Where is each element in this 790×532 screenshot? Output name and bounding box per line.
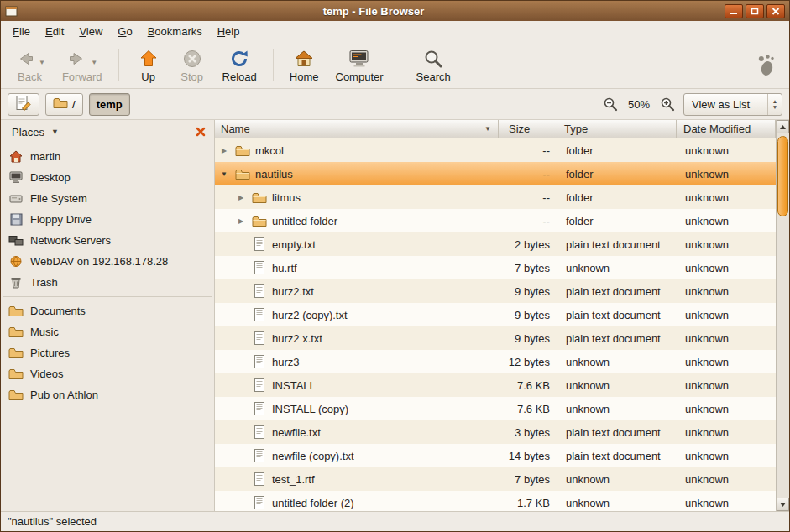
toggle-location-entry-button[interactable]: [8, 93, 39, 116]
root-path-button[interactable]: /: [45, 93, 83, 116]
file-row[interactable]: ▶litmus--folderunknown: [215, 185, 776, 209]
file-row[interactable]: untitled folder (2)1.7 KBunknownunknown: [215, 491, 776, 511]
column-header-label: Size: [509, 123, 530, 135]
menu-file[interactable]: File: [5, 23, 38, 40]
file-row[interactable]: hu.rtf7 bytesunknownunknown: [215, 256, 776, 279]
file-row[interactable]: hurz312 bytesunknownunknown: [215, 350, 776, 373]
file-name-cell: hurz2 (copy).txt: [215, 303, 499, 326]
menu-view[interactable]: View: [71, 23, 110, 40]
column-header-type[interactable]: Type: [557, 120, 677, 138]
sidebar-item-label: Music: [30, 326, 59, 338]
file-name-cell: ▶mkcol: [215, 138, 499, 162]
maximize-button[interactable]: [746, 4, 764, 18]
list-header: Name▼SizeTypeDate Modified: [215, 120, 776, 138]
file-row[interactable]: newfile.txt3 bytesplain text documentunk…: [215, 420, 776, 444]
scroll-down-button[interactable]: [777, 498, 789, 511]
file-modified: unknown: [685, 403, 729, 415]
reload-button[interactable]: Reload: [214, 44, 265, 86]
expander-collapsed-icon[interactable]: ▶: [218, 147, 230, 154]
file-size: --: [542, 215, 550, 227]
column-header-date-modified[interactable]: Date Modified: [677, 120, 776, 138]
file-type-cell: plain text document: [557, 279, 677, 303]
sidebar-item-music[interactable]: Music: [1, 321, 214, 342]
menu-bookmarks[interactable]: Bookmarks: [140, 23, 210, 40]
menu-help[interactable]: Help: [210, 23, 248, 40]
minimize-button[interactable]: [725, 4, 743, 18]
home-icon: [294, 47, 314, 70]
location-bar: / temp 50% View as List ▲▼: [1, 89, 789, 120]
search-icon: [423, 47, 443, 70]
computer-button[interactable]: Computer: [327, 44, 392, 86]
sidebar-item-webdav-on-192-168-178-28[interactable]: WebDAV on 192.168.178.28: [1, 251, 214, 272]
file-type: unknown: [566, 403, 610, 415]
zoom-level: 50%: [628, 98, 650, 111]
file-modified-cell: unknown: [677, 373, 776, 397]
file-row[interactable]: test_1.rtf7 bytesunknownunknown: [215, 467, 776, 491]
file-type-cell: folder: [557, 185, 677, 209]
file-row[interactable]: INSTALL7.6 KBunknownunknown: [215, 373, 776, 397]
file-modified: unknown: [685, 379, 729, 392]
current-path-button[interactable]: temp: [89, 93, 130, 116]
expander-collapsed-icon[interactable]: ▶: [235, 194, 247, 201]
file-type-cell: plain text document: [557, 303, 677, 326]
side-pane-header: Places ▼: [1, 120, 214, 143]
file-size: 7.6 KB: [517, 403, 550, 415]
file-size: 2 bytes: [515, 238, 550, 251]
view-mode-select[interactable]: View as List ▲▼: [683, 93, 782, 116]
expander-expanded-icon[interactable]: ▼: [218, 170, 230, 178]
sidebar-item-videos[interactable]: Videos: [1, 363, 214, 384]
vertical-scrollbar[interactable]: [776, 120, 789, 511]
file-row[interactable]: INSTALL (copy)7.6 KBunknownunknown: [215, 397, 776, 420]
zoom-out-button[interactable]: [600, 94, 620, 114]
file-size-cell: 1.7 KB: [499, 491, 557, 511]
file-row[interactable]: hurz2 x.txt9 bytesplain text documentunk…: [215, 326, 776, 350]
file-size-cell: --: [499, 138, 557, 162]
menu-go[interactable]: Go: [110, 23, 139, 40]
file-row[interactable]: ▶mkcol--folderunknown: [215, 138, 776, 162]
column-header-size[interactable]: Size: [499, 120, 557, 138]
close-button[interactable]: [766, 4, 785, 18]
sidebar-item-floppy-drive[interactable]: Floppy Drive: [1, 209, 214, 230]
sidebar-item-martin[interactable]: martin: [1, 146, 214, 167]
file-type-cell: unknown: [557, 491, 677, 511]
sidebar-item-trash[interactable]: Trash: [1, 272, 214, 293]
sidebar-item-file-system[interactable]: File System: [1, 188, 214, 209]
zoom-in-button[interactable]: [657, 94, 678, 114]
text-file-icon: [251, 331, 268, 345]
file-row[interactable]: hurz2.txt9 bytesplain text documentunkno…: [215, 279, 776, 303]
menu-edit[interactable]: Edit: [38, 23, 71, 40]
sidebar-item-network-servers[interactable]: Network Servers: [1, 230, 214, 251]
file-name-cell: untitled folder (2): [215, 491, 499, 511]
scroll-up-button[interactable]: [777, 120, 789, 133]
file-size-cell: 2 bytes: [499, 232, 557, 256]
computer-icon: [348, 47, 370, 70]
file-row[interactable]: empty.txt2 bytesplain text documentunkno…: [215, 232, 776, 256]
file-size: 9 bytes: [515, 309, 550, 321]
places-selector[interactable]: Places ▼: [4, 123, 66, 141]
sidebar-item-pub-on-athlon[interactable]: Pub on Athlon: [1, 384, 214, 405]
expander-collapsed-icon[interactable]: ▶: [235, 217, 247, 225]
scrollbar-thumb[interactable]: [777, 136, 788, 216]
file-type-cell: plain text document: [557, 420, 677, 444]
toolbar-button-label: Back: [18, 70, 42, 83]
file-row[interactable]: ▼nautilus--folderunknown: [215, 162, 776, 185]
up-arrow-icon: [139, 47, 159, 70]
column-header-name[interactable]: Name▼: [215, 120, 499, 138]
sidebar-item-label: WebDAV on 192.168.178.28: [30, 255, 168, 268]
back-arrow-icon: ▼: [14, 47, 45, 70]
sidebar-item-pictures[interactable]: Pictures: [1, 342, 214, 363]
file-type-cell: unknown: [557, 397, 677, 420]
up-button[interactable]: Up: [127, 44, 170, 86]
close-side-pane-button[interactable]: [193, 124, 208, 139]
sidebar-item-documents[interactable]: Documents: [1, 300, 214, 321]
sidebar-item-desktop[interactable]: Desktop: [1, 167, 214, 188]
home-button[interactable]: Home: [281, 44, 327, 86]
file-name-cell: hurz2.txt: [215, 279, 499, 303]
search-button[interactable]: Search: [408, 44, 459, 86]
file-name-cell: ▶untitled folder: [215, 209, 499, 232]
file-row[interactable]: hurz2 (copy).txt9 bytesplain text docume…: [215, 303, 776, 326]
titlebar[interactable]: temp - File Browser: [1, 1, 789, 21]
sidebar-item-label: Videos: [30, 368, 64, 380]
file-row[interactable]: newfile (copy).txt14 bytesplain text doc…: [215, 444, 776, 467]
file-row[interactable]: ▶untitled folder--folderunknown: [215, 209, 776, 232]
